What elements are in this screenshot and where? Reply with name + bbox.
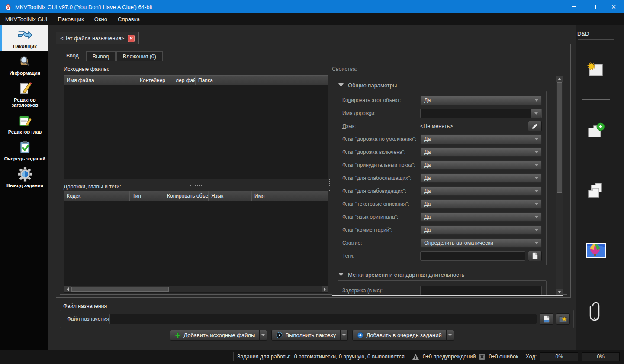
tracks-table[interactable]: Кодек Тип Копировать объе Язык Имя (64, 191, 328, 293)
multiplexer-view: <Нет файла назначения> ✕ Ввод Вывод Влож… (48, 25, 576, 350)
vscroll-thumb[interactable] (557, 82, 562, 193)
language-label: Язык: (342, 123, 420, 129)
tab-attachments[interactable]: Вложения (0) (116, 51, 163, 62)
original-language-flag-dropdown[interactable]: Да (420, 212, 542, 222)
menu-help[interactable]: Справка (118, 16, 140, 22)
subtab-bar: Ввод Вывод Вложения (0) (60, 50, 164, 62)
destination-group: Файл назначения: (60, 310, 574, 328)
plus-icon (175, 332, 181, 338)
col-name[interactable]: Имя (252, 191, 318, 201)
add-to-queue-button[interactable]: Добавить в очередь заданий (352, 330, 446, 341)
compression-dropdown[interactable]: Определить автоматически (420, 238, 542, 248)
dnd-target-append[interactable] (578, 160, 614, 220)
timestamps-group: Задержка (в мс): (338, 280, 547, 296)
add-source-files-menu-arrow[interactable] (260, 330, 267, 341)
col-file-name[interactable]: Имя файла (64, 76, 137, 85)
delay-input[interactable] (420, 286, 542, 295)
dnd-target-new[interactable] (578, 40, 614, 99)
tab-output[interactable]: Вывод (86, 51, 116, 62)
close-button[interactable]: ✕ (604, 0, 624, 13)
tags-input[interactable] (420, 251, 525, 261)
add-source-files-splitbutton: Добавить исходные файлы (170, 330, 267, 341)
col-codec[interactable]: Кодек (64, 191, 130, 201)
col-file-size[interactable]: лер файла (173, 76, 196, 85)
pencil-page-icon (17, 80, 33, 97)
recent-destination-button[interactable] (556, 313, 570, 325)
menu-multiplexer[interactable]: Паковщик (58, 16, 84, 22)
close-tab-icon[interactable]: ✕ (128, 35, 135, 42)
folder-new-icon (586, 61, 606, 79)
menu-window[interactable]: Окно (94, 16, 107, 22)
destination-file-tab[interactable]: <Нет файла назначения> ✕ (56, 32, 139, 44)
statusbar-separator (522, 352, 522, 361)
sidebar-item-job-queue[interactable]: Очередь заданий (0, 137, 48, 164)
forced-display-flag-dropdown[interactable]: Да (420, 160, 542, 170)
pencil-icon (531, 123, 538, 130)
timestamps-header[interactable]: Метки времени и стандартная длительность (336, 270, 557, 279)
destination-field-label: Файл назначения: (67, 316, 109, 322)
general-options-header[interactable]: Общие параметры (336, 80, 557, 90)
dnd-target-add[interactable] (578, 100, 614, 160)
sidebar-item-job-output[interactable]: Вывод задания (0, 164, 48, 191)
jobs-value: 0 автоматически, 0 вручную, 0 выполняетс… (294, 354, 405, 360)
col-type[interactable]: Тип (130, 191, 164, 201)
file-tab-label: <Нет файла назначения> (60, 35, 124, 42)
collapse-triangle-icon (338, 273, 344, 276)
language-edit-button[interactable] (528, 121, 542, 131)
app-icon (5, 3, 12, 10)
tags-browse-button[interactable] (528, 251, 542, 261)
dnd-target-attachment[interactable] (578, 281, 614, 341)
chevron-down-icon (534, 112, 538, 115)
sidebar-item-chapter-editor[interactable]: Редактор глав (0, 110, 48, 137)
vertical-splitter[interactable] (328, 179, 331, 191)
files-tracks-column: Исходные файлы: Имя файла Контейнер лер … (64, 66, 328, 293)
text-descriptions-flag-dropdown[interactable]: Да (420, 199, 542, 209)
minimize-button[interactable] (564, 0, 584, 13)
delay-label: Задержка (в мс): (342, 287, 420, 294)
destination-file-input[interactable] (109, 314, 537, 324)
sidebar-item-header-editor[interactable]: Редактор заголовков (0, 78, 48, 110)
sidebar-item-multiplexer[interactable]: Паковщик (0, 25, 48, 51)
browse-destination-button[interactable] (540, 313, 553, 325)
add-source-files-button[interactable]: Добавить исходные файлы (170, 330, 260, 341)
col-copy-item[interactable]: Копировать объе (164, 191, 209, 201)
col-directory[interactable]: Папка (196, 76, 328, 85)
error-icon (479, 354, 485, 360)
menu-mkvtoolnix-gui[interactable]: MKVToolNix GUI (5, 16, 48, 22)
dnd-target-picture[interactable] (578, 220, 614, 280)
commentary-flag-dropdown[interactable]: Да (420, 225, 542, 235)
track-enabled-flag-dropdown[interactable]: Да (420, 147, 542, 157)
scroll-down-icon[interactable] (556, 289, 563, 295)
input-tab-pane: Исходные файлы: Имя файла Контейнер лер … (60, 61, 567, 295)
default-track-flag-dropdown[interactable]: Да (420, 134, 542, 144)
combo-arrow-button[interactable] (531, 109, 541, 118)
scroll-up-icon[interactable] (556, 76, 563, 82)
col-extra[interactable] (318, 191, 328, 201)
scroll-right-icon[interactable] (322, 286, 328, 292)
sidebar-item-info[interactable]: Информация (0, 51, 48, 78)
chevron-down-icon (535, 216, 538, 218)
statusbar-separator (408, 352, 408, 361)
paperclip-icon (587, 300, 605, 322)
scroll-left-icon[interactable] (64, 286, 71, 292)
tab-input[interactable]: Ввод (60, 50, 85, 62)
add-to-queue-menu-arrow[interactable] (447, 330, 454, 341)
properties-column: Свойства: Общие параметры Копировать это… (332, 66, 563, 73)
track-name-combo[interactable] (420, 109, 542, 118)
hscroll-thumb[interactable] (71, 287, 169, 292)
start-muxing-button[interactable]: Выполнить паковку (271, 330, 341, 341)
col-container[interactable]: Контейнер (137, 76, 173, 85)
source-files-table[interactable]: Имя файла Контейнер лер файла Папка (64, 75, 328, 179)
start-muxing-menu-arrow[interactable] (341, 330, 348, 341)
chevron-down-icon (535, 177, 538, 179)
visual-impaired-flag-dropdown[interactable]: Да (420, 186, 542, 196)
tracks-hscrollbar[interactable] (64, 286, 328, 292)
properties-label: Свойства: (332, 66, 563, 73)
destination-group-label: Файл назначения (63, 303, 107, 309)
properties-vscrollbar[interactable] (556, 76, 563, 295)
hearing-impaired-flag-dropdown[interactable]: Да (420, 173, 542, 183)
maximize-button[interactable] (584, 0, 604, 13)
copy-item-dropdown[interactable]: Да (420, 96, 542, 105)
chevron-down-icon (535, 151, 538, 153)
col-language[interactable]: Язык (209, 191, 252, 201)
